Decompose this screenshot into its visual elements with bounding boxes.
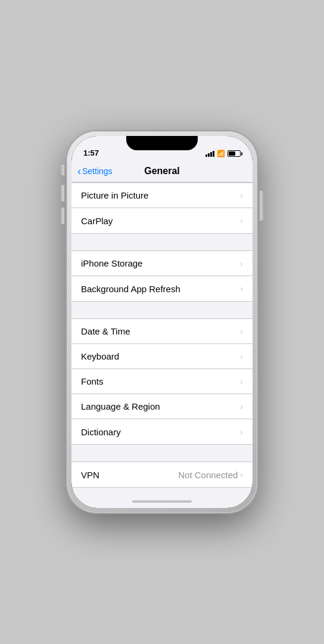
item-label-background-app-refresh: Background App Refresh xyxy=(81,284,180,294)
list-item[interactable]: Picture in Picture › xyxy=(71,183,253,208)
page-title: General xyxy=(144,166,180,177)
item-label-dictionary: Dictionary xyxy=(81,427,121,437)
chevron-right-icon: › xyxy=(240,427,243,436)
settings-group-vpn: VPN Not Connected › xyxy=(71,462,253,488)
chevron-right-icon: › xyxy=(240,216,243,225)
list-item[interactable]: Dictionary › xyxy=(71,419,253,444)
chevron-right-icon: › xyxy=(240,402,243,411)
settings-group-1: Picture in Picture › CarPlay › xyxy=(71,182,253,234)
signal-bar-4 xyxy=(213,151,214,157)
settings-group-3: Date & Time › Keyboard › xyxy=(71,318,253,445)
vpn-status: Not Connected xyxy=(178,470,238,480)
chevron-right-icon: › xyxy=(240,327,243,336)
section-gap xyxy=(71,302,253,318)
list-item[interactable]: Background App Refresh › xyxy=(71,276,253,301)
section-gap xyxy=(71,234,253,250)
home-bar xyxy=(71,495,253,508)
silent-switch[interactable] xyxy=(61,165,64,175)
settings-group-2: iPhone Storage › Background App Refresh … xyxy=(71,250,253,302)
chevron-right-icon: › xyxy=(240,352,243,361)
volume-up-button[interactable] xyxy=(61,185,64,202)
item-label-carplay: CarPlay xyxy=(81,216,113,226)
item-label-iphone-storage: iPhone Storage xyxy=(81,258,142,268)
signal-bar-2 xyxy=(208,153,210,157)
list-item[interactable]: Keyboard › xyxy=(71,344,253,369)
notch xyxy=(126,136,198,150)
item-label-keyboard: Keyboard xyxy=(81,351,119,361)
item-label-picture-in-picture: Picture in Picture xyxy=(81,190,148,200)
volume-down-button[interactable] xyxy=(61,208,64,224)
list-item[interactable]: Fonts › xyxy=(71,369,253,394)
navigation-bar: ‹ Settings General xyxy=(71,160,253,182)
chevron-right-icon: › xyxy=(240,377,243,386)
chevron-right-icon: › xyxy=(240,259,243,268)
chevron-right-icon: › xyxy=(240,284,243,293)
list-item[interactable]: iPhone Storage › xyxy=(71,251,253,276)
section-gap xyxy=(71,488,253,495)
back-button[interactable]: ‹ Settings xyxy=(77,166,113,177)
battery-icon xyxy=(228,150,241,157)
power-button[interactable] xyxy=(260,191,263,221)
signal-bar-3 xyxy=(210,152,212,157)
list-item[interactable]: Date & Time › xyxy=(71,319,253,344)
battery-fill xyxy=(229,151,235,156)
status-icons: 📶 xyxy=(205,150,241,157)
settings-content: Picture in Picture › CarPlay › xyxy=(71,182,253,495)
signal-bar-1 xyxy=(205,154,207,157)
status-time: 1:57 xyxy=(83,148,99,157)
wifi-icon: 📶 xyxy=(217,150,225,157)
section-gap xyxy=(71,445,253,462)
home-indicator xyxy=(132,500,192,503)
item-label-date-time: Date & Time xyxy=(81,326,130,336)
item-label-language-region: Language & Region xyxy=(81,401,160,411)
list-item[interactable]: VPN Not Connected › xyxy=(71,462,253,487)
list-item[interactable]: CarPlay › xyxy=(71,208,253,233)
back-chevron-icon: ‹ xyxy=(77,166,81,177)
item-label-fonts: Fonts xyxy=(81,376,104,386)
signal-bars-icon xyxy=(205,151,214,157)
list-item[interactable]: Language & Region › xyxy=(71,394,253,419)
chevron-right-icon: › xyxy=(240,191,243,200)
item-label-vpn: VPN xyxy=(81,470,99,480)
back-label: Settings xyxy=(82,166,113,176)
chevron-right-icon: › xyxy=(240,470,243,479)
